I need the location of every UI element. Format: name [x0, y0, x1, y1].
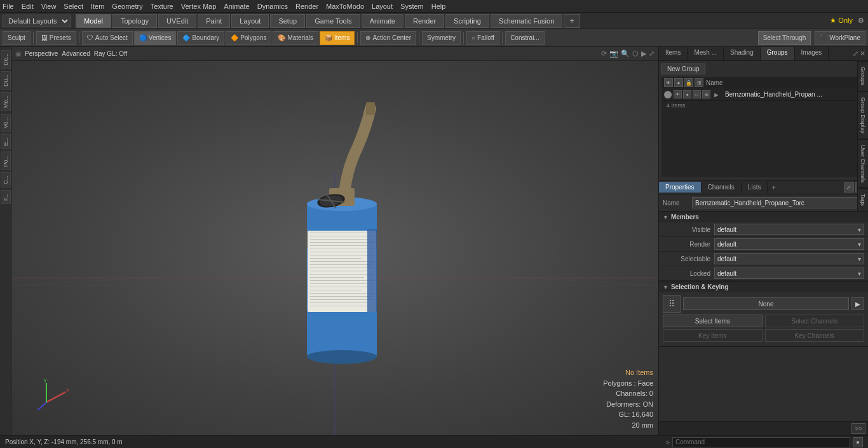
group-eye-icon[interactable]: 👁: [674, 90, 682, 98]
constraints-button[interactable]: Constrai...: [505, 31, 545, 45]
group-render-icon[interactable]: ●: [683, 90, 691, 98]
3d-viewport[interactable]: X Y Z No Items Polygons : Face Channels:…: [11, 61, 658, 435]
menu-maxtomodo[interactable]: MaxToModo: [326, 3, 364, 10]
select-through-button[interactable]: Select Through: [758, 31, 811, 45]
expand-icon[interactable]: ▣: [15, 50, 21, 57]
right-tab-shading[interactable]: Shading: [724, 47, 761, 60]
right-tab-mesh[interactable]: Mesh ...: [688, 47, 724, 60]
auto-select-button[interactable]: 🛡 Auto Select: [82, 31, 133, 45]
tab-game-tools[interactable]: Game Tools: [306, 14, 360, 28]
grid-icon[interactable]: ⊞: [695, 78, 703, 87]
items-button[interactable]: 📦 Items: [320, 31, 355, 45]
maximize-icon[interactable]: ⤢: [649, 50, 654, 58]
viewport-renderer[interactable]: Ray GL: Off: [94, 50, 128, 57]
menu-system[interactable]: System: [400, 3, 424, 10]
vtab-group-display[interactable]: Group Display: [857, 92, 868, 139]
menu-select[interactable]: Select: [64, 3, 83, 10]
right-tab-items[interactable]: Items: [659, 47, 688, 60]
tab-uvedit[interactable]: UVEdit: [158, 14, 196, 28]
new-group-button[interactable]: New Group: [661, 64, 705, 74]
wireframe-icon[interactable]: ⬡: [632, 50, 639, 58]
sel-right-expand-button[interactable]: ▶: [851, 297, 864, 310]
left-tab-de[interactable]: De...: [1, 50, 11, 69]
eye-icon[interactable]: 👁: [664, 78, 673, 87]
render-icon[interactable]: ▶: [641, 50, 646, 58]
menu-layout[interactable]: Layout: [372, 3, 393, 10]
tab-scripting[interactable]: Scripting: [445, 14, 489, 28]
materials-button[interactable]: 🎨 Materials: [273, 31, 318, 45]
vtab-user-channels[interactable]: User Channels: [857, 139, 868, 189]
expand-footer-button[interactable]: >>: [851, 423, 865, 434]
left-tab-e[interactable]: E...: [1, 134, 11, 149]
expand-up-icon[interactable]: ⤢: [844, 182, 854, 193]
left-tab-c[interactable]: C...: [1, 172, 11, 187]
locked-dropdown[interactable]: default ▾: [714, 268, 864, 279]
menu-vertex-map[interactable]: Vertex Map: [181, 3, 217, 10]
members-section-header[interactable]: ▼ Members: [659, 212, 868, 222]
camera-icon[interactable]: 📷: [609, 50, 618, 58]
left-tab-me[interactable]: Me...: [1, 92, 11, 111]
vtab-groups[interactable]: Groups: [857, 61, 868, 92]
render-icon-sm[interactable]: ●: [674, 78, 683, 87]
left-tab-ve[interactable]: Ve...: [1, 114, 11, 132]
left-tab-po[interactable]: Po...: [1, 152, 11, 170]
presets-button[interactable]: 🖼 Presets: [36, 31, 76, 45]
menu-animate[interactable]: Animate: [224, 3, 249, 10]
key-items-button[interactable]: Key Items: [663, 329, 763, 342]
add-props-tab-button[interactable]: +: [768, 182, 779, 193]
menu-view[interactable]: View: [41, 3, 57, 10]
menu-edit[interactable]: Edit: [22, 3, 34, 10]
menu-geometry[interactable]: Geometry: [112, 3, 142, 10]
name-input[interactable]: [692, 197, 864, 208]
sel-none-button[interactable]: None: [683, 297, 849, 310]
menu-dynamics[interactable]: Dynamics: [257, 3, 288, 10]
group-grid-icon[interactable]: ⊞: [702, 90, 710, 98]
props-tab-lists[interactable]: Lists: [742, 182, 768, 193]
vtab-tags[interactable]: Tags: [857, 188, 868, 212]
viewport-mode[interactable]: Perspective: [25, 50, 58, 57]
boundary-button[interactable]: 🔷 Boundary: [177, 31, 224, 45]
tab-animate[interactable]: Animate: [362, 14, 403, 28]
right-tab-groups[interactable]: Groups: [761, 47, 795, 60]
menu-texture[interactable]: Texture: [151, 3, 173, 10]
group-lock-icon[interactable]: □: [693, 90, 701, 98]
props-tab-channels[interactable]: Channels: [702, 182, 742, 193]
sculpt-button[interactable]: Sculpt: [3, 31, 31, 45]
settings-icon[interactable]: ⚙: [858, 17, 868, 25]
tab-layout[interactable]: Layout: [231, 14, 269, 28]
rotate-icon[interactable]: ⟳: [601, 50, 607, 58]
sel-keying-section-header[interactable]: ▼ Selection & Keying: [659, 282, 868, 292]
viewport-quality[interactable]: Advanced: [62, 50, 90, 57]
lock-icon[interactable]: 🔒: [684, 78, 693, 87]
render-dropdown[interactable]: default ▾: [714, 238, 864, 250]
tab-model[interactable]: Model: [76, 14, 111, 28]
menu-help[interactable]: Help: [431, 3, 446, 10]
select-channels-button[interactable]: Select Channels: [765, 315, 865, 327]
group-list-item[interactable]: 👁 ● □ ⊞ ► Bernzomatic_Handheld_Propan ..…: [661, 88, 865, 101]
tab-setup[interactable]: Setup: [270, 14, 305, 28]
polygons-button[interactable]: 🔶 Polygons: [226, 31, 271, 45]
props-tab-properties[interactable]: Properties: [659, 182, 702, 193]
falloff-button[interactable]: ○ Falloff: [466, 31, 499, 45]
tab-paint[interactable]: Paint: [198, 14, 230, 28]
workplane-button[interactable]: ⬛ WorkPlane: [815, 31, 865, 45]
tab-topology[interactable]: Topology: [112, 14, 157, 28]
left-tab-du[interactable]: Du...: [1, 71, 11, 90]
menu-item[interactable]: Item: [91, 3, 104, 10]
symmetry-button[interactable]: Symmetry: [422, 31, 461, 45]
selectable-dropdown[interactable]: default ▾: [714, 253, 864, 264]
command-execute-button[interactable]: ●: [853, 437, 863, 447]
right-tab-images[interactable]: Images: [795, 47, 829, 60]
visible-dropdown[interactable]: default ▾: [714, 224, 864, 235]
left-tab-f[interactable]: F...: [1, 190, 11, 204]
action-center-button[interactable]: ⊕ Action Center: [360, 31, 416, 45]
close-panel-icon[interactable]: ✕: [860, 50, 865, 58]
group-expand-icon[interactable]: ►: [713, 91, 720, 98]
select-items-button[interactable]: Select Items: [663, 315, 763, 327]
layout-dropdown[interactable]: Default Layouts: [3, 15, 71, 27]
vertices-button[interactable]: 🔵 Vertices: [134, 31, 177, 45]
menu-render[interactable]: Render: [295, 3, 318, 10]
add-tab-button[interactable]: +: [564, 14, 580, 28]
tab-schematic-fusion[interactable]: Schematic Fusion: [491, 14, 562, 28]
tab-render[interactable]: Render: [405, 14, 444, 28]
